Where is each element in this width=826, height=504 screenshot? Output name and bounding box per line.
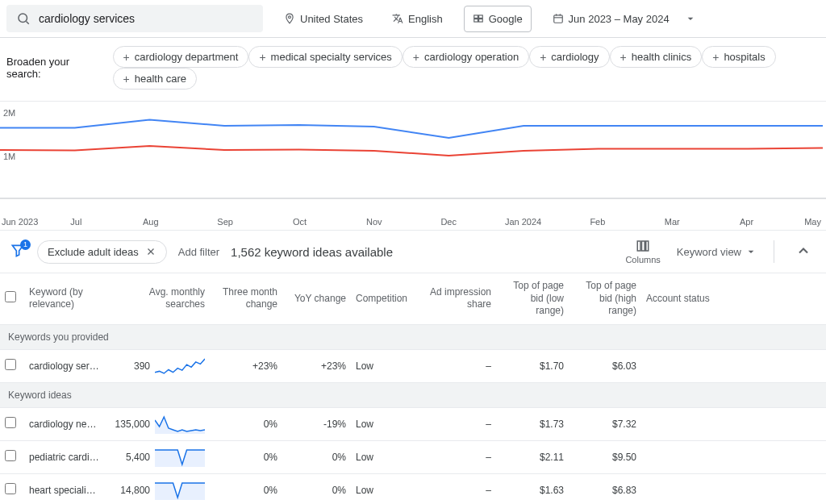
cell-yoy: -19% — [282, 407, 351, 440]
columns-button[interactable]: Columns — [625, 239, 660, 264]
keyword-view-toggle[interactable]: Keyword view — [677, 245, 757, 258]
broaden-chip[interactable]: +health clinics — [610, 46, 703, 68]
plus-icon: + — [620, 52, 627, 63]
svg-rect-5 — [473, 19, 478, 22]
cell-competition: Low — [351, 473, 423, 504]
cell-low-bid: $1.73 — [496, 407, 569, 440]
cell-account — [641, 407, 826, 440]
cell-competition: Low — [351, 440, 423, 473]
y-tick: 1M — [3, 152, 15, 161]
broaden-chip[interactable]: +health care — [113, 68, 198, 90]
row-checkbox[interactable] — [5, 450, 16, 461]
select-all-checkbox[interactable] — [5, 291, 16, 302]
network-selector[interactable]: Google — [464, 6, 532, 32]
language-selector[interactable]: English — [384, 6, 451, 31]
table-row[interactable]: heart specialis…14,8000%0%Low–$1.63$6.83 — [0, 473, 826, 504]
cell-keyword: cardiology nea… — [24, 407, 105, 440]
broaden-chip[interactable]: +cardiology operation — [403, 46, 529, 68]
col-impression[interactable]: Ad impression share — [423, 273, 496, 324]
cell-yoy: 0% — [282, 473, 351, 504]
columns-icon — [636, 239, 650, 253]
x-tick: Oct — [262, 217, 336, 227]
chevron-down-icon — [745, 245, 757, 258]
trend-chart: 2M 1M Jun 2023JulAugSepOctNovDecJan 2024… — [0, 102, 826, 231]
svg-point-0 — [19, 14, 27, 23]
col-account[interactable]: Account status — [641, 273, 826, 324]
col-low-bid[interactable]: Top of page bid (low range) — [496, 273, 569, 324]
x-tick: Dec — [411, 217, 486, 227]
y-tick: 2M — [3, 108, 15, 118]
cell-low-bid: $2.11 — [496, 440, 569, 473]
col-searches[interactable]: Avg. monthly searches — [105, 273, 210, 324]
broaden-chip[interactable]: +cardiology department — [113, 46, 249, 68]
x-tick: Apr — [709, 217, 783, 227]
x-tick: Feb — [561, 217, 635, 227]
collapse-button[interactable] — [791, 243, 816, 261]
add-filter-button[interactable]: Add filter — [178, 246, 219, 258]
table-row[interactable]: cardiology ser…390+23%+23%Low–$1.70$6.03 — [0, 349, 826, 382]
section-row: Keywords you provided — [0, 324, 826, 349]
cell-yoy: +23% — [282, 349, 351, 382]
cell-impression: – — [423, 473, 496, 504]
close-icon[interactable] — [145, 246, 156, 257]
cell-account — [641, 349, 826, 382]
location-selector[interactable]: United States — [276, 6, 371, 31]
row-checkbox[interactable] — [5, 359, 16, 370]
cell-three-month: 0% — [210, 473, 282, 504]
x-tick: Mar — [635, 217, 709, 227]
broaden-chip[interactable]: +medical specialty services — [248, 46, 402, 68]
search-icon — [16, 11, 31, 26]
cell-high-bid: $6.03 — [569, 349, 641, 382]
table-header-row: Keyword (by relevance) Avg. monthly sear… — [0, 273, 826, 324]
svg-rect-6 — [478, 19, 482, 22]
ideas-count: 1,562 keyword ideas available — [231, 245, 393, 259]
sparkline — [155, 448, 205, 467]
sparkline — [155, 414, 205, 434]
cell-searches: 390 — [105, 349, 210, 382]
keyword-table: Keyword (by relevance) Avg. monthly sear… — [0, 273, 826, 504]
cell-searches: 135,000 — [105, 407, 210, 440]
plus-icon: + — [123, 73, 130, 85]
cell-high-bid: $6.83 — [569, 473, 641, 504]
col-yoy[interactable]: YoY change — [282, 273, 351, 324]
filter-button[interactable]: 1 — [10, 243, 26, 261]
translate-icon — [392, 13, 403, 24]
x-tick: Jul — [39, 217, 113, 227]
cell-three-month: +23% — [210, 349, 282, 382]
cell-low-bid: $1.70 — [496, 349, 569, 382]
col-three-month[interactable]: Three month change — [210, 273, 282, 324]
broaden-chip[interactable]: +hospitals — [702, 46, 776, 68]
svg-rect-4 — [478, 15, 482, 19]
cell-yoy: 0% — [282, 440, 351, 473]
filter-count-badge: 1 — [20, 240, 31, 250]
calendar-icon — [553, 13, 564, 24]
cell-three-month: 0% — [210, 407, 282, 440]
search-query: cardiology services — [39, 12, 135, 25]
search-input[interactable]: cardiology services — [6, 5, 263, 32]
cell-impression: – — [423, 349, 496, 382]
network-icon — [473, 13, 484, 24]
broaden-label: Broaden your search: — [6, 56, 102, 80]
cell-impression: – — [423, 440, 496, 473]
table-row[interactable]: cardiology nea…135,0000%-19%Low–$1.73$7.… — [0, 407, 826, 440]
date-range-selector[interactable]: Jun 2023 – May 2024 — [544, 6, 705, 31]
row-checkbox[interactable] — [5, 483, 16, 494]
plus-icon: + — [259, 52, 265, 63]
cell-low-bid: $1.63 — [496, 473, 569, 504]
table-row[interactable]: pediatric cardi…5,4000%0%Low–$2.11$9.50 — [0, 440, 826, 473]
cell-keyword: cardiology ser… — [24, 349, 105, 382]
exclude-adult-pill[interactable]: Exclude adult ideas — [37, 240, 167, 264]
sparkline — [155, 356, 205, 376]
cell-three-month: 0% — [210, 440, 282, 473]
plus-icon: + — [413, 52, 419, 63]
cell-competition: Low — [351, 407, 423, 440]
col-keyword[interactable]: Keyword (by relevance) — [24, 273, 105, 324]
divider — [774, 240, 774, 263]
col-high-bid[interactable]: Top of page bid (high range) — [569, 273, 641, 324]
x-tick: Nov — [337, 217, 411, 227]
chevron-up-icon — [795, 243, 811, 259]
col-competition[interactable]: Competition — [351, 273, 423, 324]
row-checkbox[interactable] — [5, 417, 16, 428]
cell-keyword: pediatric cardi… — [24, 440, 105, 473]
broaden-chip[interactable]: +cardiology — [529, 46, 609, 68]
